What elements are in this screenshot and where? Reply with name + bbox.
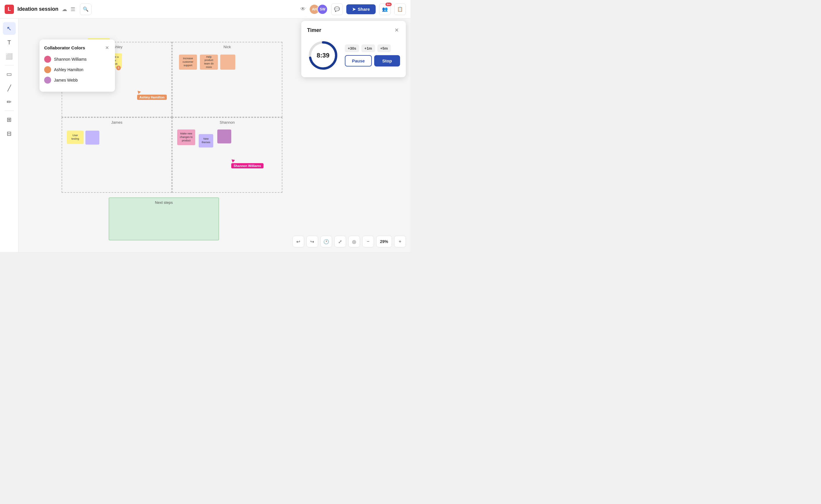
share-label: Share	[357, 7, 370, 12]
cursor-arrow-ashley	[137, 91, 141, 95]
sticky-product-team[interactable]: Help product team do more	[200, 55, 218, 70]
share-button[interactable]: ➤ Share	[346, 4, 375, 14]
timer-close-button[interactable]: ✕	[393, 27, 400, 34]
rectangle-tool[interactable]: ▭	[3, 68, 16, 80]
collab-item-ashley: Ashley Hamilton	[44, 66, 110, 73]
collab-item-shannon: Shannon Williams	[44, 56, 110, 63]
cursor-label-shannon: Shannon Williams	[231, 163, 263, 168]
timer-actions: Pause Stop	[345, 55, 400, 66]
increment-1m[interactable]: +1m	[361, 44, 375, 52]
comment-button[interactable]: 💬	[331, 3, 343, 15]
history-button[interactable]: 🕐	[320, 236, 332, 247]
collaborator-colors-panel: Collaborator Colors ✕ Shannon Williams A…	[39, 39, 115, 92]
timer-title: Timer	[307, 27, 321, 33]
menu-icon[interactable]: ☰	[71, 6, 75, 12]
zoom-out-button[interactable]: −	[362, 236, 374, 247]
toolbar-separator	[5, 65, 14, 65]
table-tool[interactable]: ⊟	[3, 127, 16, 140]
select-tool[interactable]: ↖	[3, 22, 16, 35]
increment-5m[interactable]: +5m	[377, 44, 391, 52]
page-title: Ideation session	[17, 6, 58, 12]
section-james[interactable]: James User testing	[62, 117, 172, 193]
left-toolbar: ↖ T ⬜ ▭ ╱ ✏ ⊞ ⊟	[0, 19, 19, 252]
timer-panel: Timer ✕ 8:39 +30s +1m +5m Pause Stop	[301, 21, 406, 77]
redo-button[interactable]: ↪	[306, 236, 318, 247]
notes-button[interactable]: 📋	[394, 3, 406, 15]
timer-body: 8:39 +30s +1m +5m Pause Stop	[307, 39, 400, 71]
zoom-in-button[interactable]: +	[394, 236, 406, 247]
notification-badge: 9m	[385, 3, 391, 6]
next-steps-section[interactable]: Next steps	[109, 197, 219, 240]
share-icon: ➤	[352, 7, 356, 12]
text-tool[interactable]: T	[3, 36, 16, 49]
frame-tool[interactable]: ⬜	[3, 50, 16, 63]
widget-badge: 1	[116, 66, 121, 70]
header: L Ideation session ☁ ☰ 🔍 👁 AH SW 💬 ➤ Sha…	[0, 0, 410, 19]
sticky-customer-support[interactable]: Increase customer support	[179, 55, 197, 70]
undo-button[interactable]: ↩	[292, 236, 304, 247]
sticky-new-themes[interactable]: New themes	[199, 134, 213, 147]
search-button[interactable]: 🔍	[80, 3, 91, 15]
sticky-blank-james[interactable]	[85, 131, 99, 145]
cursor-ashley: Ashley Hamilton	[137, 91, 141, 94]
grid-tool[interactable]: ⊞	[3, 113, 16, 126]
sticky-blank-shannon[interactable]	[217, 129, 231, 143]
stop-button[interactable]: Stop	[374, 55, 400, 66]
collab-name-james: James Webb	[54, 78, 78, 82]
next-steps-label: Next steps	[109, 198, 218, 207]
close-panel-button[interactable]: ✕	[103, 44, 110, 51]
sticky-changes-product[interactable]: Make new changes to product	[177, 129, 195, 145]
timer-time-display: 8:39	[317, 52, 329, 59]
timer-increments: +30s +1m +5m	[345, 44, 400, 52]
view-icon: 👁	[300, 6, 305, 12]
collab-dot-ashley	[44, 66, 51, 73]
cursor-shannon: Shannon Williams	[231, 160, 235, 163]
section-shannon-label: Shannon	[220, 120, 235, 125]
panel-title: Collaborator Colors	[44, 45, 85, 50]
section-nick-label: Nick	[223, 45, 231, 49]
timer-circle: 8:39	[307, 39, 339, 71]
section-nick[interactable]: Nick Increase customer support Help prod…	[172, 42, 282, 117]
toolbar-separator-2	[5, 111, 14, 111]
line-tool[interactable]: ╱	[3, 82, 16, 94]
cursor-label-ashley: Ashley Hamilton	[137, 95, 167, 100]
collab-name-ashley: Ashley Hamilton	[54, 67, 83, 72]
location-button[interactable]: ◎	[348, 236, 360, 247]
timer-controls: +30s +1m +5m Pause Stop	[345, 44, 400, 66]
zoom-level: 29%	[376, 236, 392, 247]
bottom-toolbar: ↩ ↪ 🕐 ⤢ ◎ − 29% +	[292, 236, 406, 247]
pause-button[interactable]: Pause	[345, 55, 372, 66]
header-right: 👁 AH SW 💬 ➤ Share 👥 9m 📋	[300, 3, 406, 15]
sticky-user-testing[interactable]: User testing	[67, 131, 84, 144]
fullscreen-button[interactable]: ⤢	[334, 236, 346, 247]
panel-header: Collaborator Colors ✕	[44, 44, 110, 51]
cloud-icon[interactable]: ☁	[62, 6, 67, 12]
cursor-arrow-shannon	[231, 159, 235, 163]
timer-header: Timer ✕	[307, 27, 400, 34]
team-button[interactable]: 👥 9m	[379, 3, 391, 15]
app-logo: L	[5, 5, 14, 14]
collab-item-james: James Webb	[44, 77, 110, 84]
collab-dot-james	[44, 77, 51, 84]
section-james-label: James	[111, 120, 122, 125]
increment-30s[interactable]: +30s	[345, 44, 359, 52]
collab-name-shannon: Shannon Williams	[54, 57, 87, 62]
draw-tool[interactable]: ✏	[3, 96, 16, 108]
avatar-sw: SW	[317, 4, 328, 15]
sticky-blank-nick[interactable]	[220, 55, 235, 70]
section-shannon[interactable]: Shannon Make new changes to product New …	[172, 117, 282, 193]
collab-dot-shannon	[44, 56, 51, 63]
collaborator-avatars: AH SW	[309, 4, 328, 15]
